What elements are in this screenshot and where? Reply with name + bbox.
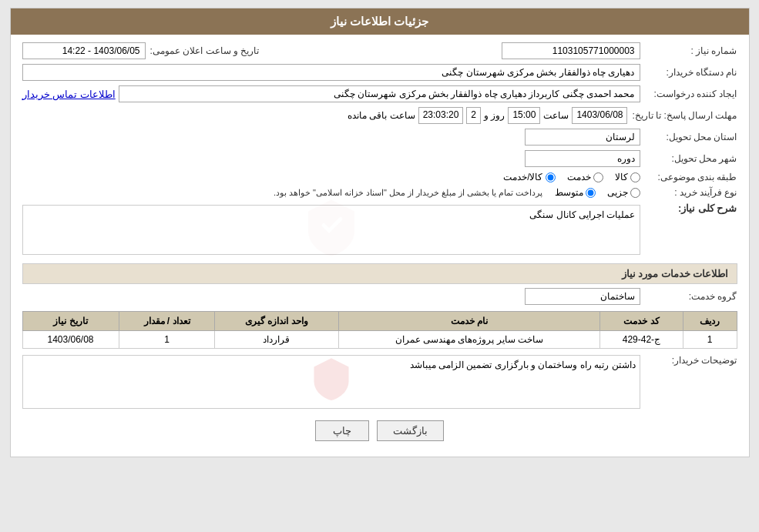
توضیحات-row: توضیحات خریدار: داشتن رتبه راه وساختمان …: [22, 355, 737, 409]
توضیحات-label: توضیحات خریدار:: [645, 355, 737, 366]
shomareh-niaz-label: شماره نیاز :: [645, 45, 737, 56]
radio-jozii: جزیی: [607, 187, 640, 198]
توضیحات-container: داشتن رتبه راه وساختمان و بارگزاری تضمین…: [22, 355, 640, 409]
namdastgah-value: دهیاری چاه ذوالفقار بخش مرکزی شهرستان چگ…: [22, 64, 640, 81]
namdastgah-row: نام دستگاه خریدار: دهیاری چاه ذوالفقار ب…: [22, 64, 737, 81]
tabaqe-row: طبقه بندی موضوعی: کالا خدمت کالا/خدمت: [22, 172, 737, 182]
shomareh-niaz-value: 1103105771000003: [502, 42, 640, 59]
page-header: جزئیات اطلاعات نیاز: [11, 8, 749, 35]
namdastgah-label: نام دستگاه خریدار:: [645, 67, 737, 78]
th-tedad: تعداد / مقدار: [119, 312, 215, 331]
توضیحات-value: داشتن رتبه راه وساختمان و بارگزاری تضمین…: [27, 360, 636, 370]
mohlat-row: مهلت ارسال پاسخ: تا تاریخ: 1403/06/08 سا…: [22, 107, 737, 124]
radio-motevaset: متوسط: [555, 187, 596, 198]
tabaqe-label: طبقه بندی موضوعی:: [645, 172, 737, 182]
mohlat-label: مهلت ارسال پاسخ: تا تاریخ:: [632, 110, 737, 121]
mohlat-mande-label: ساعت باقی مانده: [348, 110, 415, 121]
td-tedad: 1: [119, 331, 215, 349]
nooe-radio-group: جزیی متوسط پرداخت تمام یا بخشی از مبلغ خ…: [274, 187, 640, 198]
th-name: نام خدمت: [338, 312, 600, 331]
ostan-label: استان محل تحویل:: [645, 132, 737, 142]
td-name_khedmat: ساخت سایر پروژه‌های مهندسی عمران: [338, 331, 600, 349]
radio-kala-input[interactable]: [630, 172, 640, 182]
page-title: جزئیات اطلاعات نیاز: [331, 15, 428, 28]
nooe-desc: پرداخت تمام یا بخشی از مبلغ خریدار از مح…: [274, 188, 543, 198]
sharh-container: عملیات اجرایی کانال سنگی: [22, 205, 640, 255]
ettelaat-tamas-link[interactable]: اطلاعات تماس خریدار: [22, 89, 116, 100]
td-kod_khedmat: ج-42-429: [600, 331, 683, 349]
sharh-label: شرح کلی نیاز:: [645, 202, 737, 214]
nooe-row: نوع فرآیند خرید : جزیی متوسط پرداخت تمام…: [22, 187, 737, 198]
radio-khedmat-label: خدمت: [567, 172, 591, 182]
th-tarikh: تاریخ نیاز: [22, 312, 119, 331]
watermark: [301, 196, 362, 264]
th-kod: کد خدمت: [600, 312, 683, 331]
shahr-value: دوره: [525, 150, 640, 167]
radio-kala-khedmat-input[interactable]: [546, 172, 556, 182]
radio-jozii-input[interactable]: [630, 188, 640, 198]
radio-kala-label: کالا: [615, 172, 628, 182]
shomareh-row: شماره نیاز : 1103105771000003 تاریخ و سا…: [22, 42, 737, 59]
mohlat-saat: 15:00: [508, 107, 540, 124]
grooh-value: ساختمان: [525, 288, 640, 305]
print-button[interactable]: چاپ: [315, 420, 369, 441]
radio-kala-khedmat-label: کالا/خدمت: [503, 172, 542, 182]
grooh-row: گروه خدمت: ساختمان: [22, 288, 737, 305]
tarikh-value: 1403/06/05 - 14:22: [22, 42, 146, 59]
shahr-row: شهر محل تحویل: دوره: [22, 150, 737, 167]
nooe-label: نوع فرآیند خرید :: [645, 187, 737, 198]
back-button[interactable]: بازگشت: [377, 420, 444, 441]
content-area: شماره نیاز : 1103105771000003 تاریخ و سا…: [11, 35, 749, 457]
page-container: جزئیات اطلاعات نیاز شماره نیاز : 1103105…: [10, 8, 750, 457]
khadamat-section-header: اطلاعات خدمات مورد نیاز: [22, 263, 737, 284]
mohlat-saat-label: ساعت: [543, 110, 569, 121]
radio-khedmat-input[interactable]: [593, 172, 603, 182]
radio-motevaset-input[interactable]: [586, 188, 596, 198]
radio-kala-khedmat: کالا/خدمت: [503, 172, 555, 182]
mohlat-roz-label: روز و: [484, 110, 505, 121]
button-row: بازگشت چاپ: [22, 420, 737, 441]
th-radif: ردیف: [683, 312, 737, 331]
sharh-row: شرح کلی نیاز: عملیات اجرایی کانال سنگی: [22, 202, 737, 257]
radio-khedmat: خدمت: [567, 172, 603, 182]
mohlat-date: 1403/06/08: [572, 107, 627, 124]
tarikh-label: تاریخ و ساعت اعلان عمومی:: [150, 45, 260, 56]
th-vahed: واحد اندازه گیری: [215, 312, 338, 331]
ostan-value: لرستان: [525, 129, 640, 146]
ostan-row: استان محل تحویل: لرستان: [22, 129, 737, 146]
mohlat-mande: 23:03:20: [418, 107, 464, 124]
grooh-label: گروه خدمت:: [645, 291, 737, 302]
radio-kala: کالا: [615, 172, 640, 182]
td-radif: 1: [683, 331, 737, 349]
ijad-row: ایجاد کننده درخواست: محمد احمدی چگنی کار…: [22, 85, 737, 102]
ijad-value: محمد احمدی چگنی کاربرداز دهیاری چاه ذوال…: [119, 85, 640, 102]
radio-motevaset-label: متوسط: [555, 187, 583, 198]
td-tarikh_niaz: 1403/06/08: [22, 331, 119, 349]
service-table: ردیف کد خدمت نام خدمت واحد اندازه گیری ت…: [22, 311, 737, 349]
tabaqe-radio-group: کالا خدمت کالا/خدمت: [503, 172, 640, 182]
table-row: 1ج-42-429ساخت سایر پروژه‌های مهندسی عمرا…: [22, 331, 737, 349]
mohlat-roz: 2: [466, 107, 481, 124]
td-vahed: قرارداد: [215, 331, 338, 349]
ijad-label: ایجاد کننده درخواست:: [645, 89, 737, 99]
table-header-row: ردیف کد خدمت نام خدمت واحد اندازه گیری ت…: [22, 312, 737, 331]
shahr-label: شهر محل تحویل:: [645, 153, 737, 164]
sharh-value: عملیات اجرایی کانال سنگی: [27, 209, 636, 220]
radio-jozii-label: جزیی: [607, 187, 628, 198]
